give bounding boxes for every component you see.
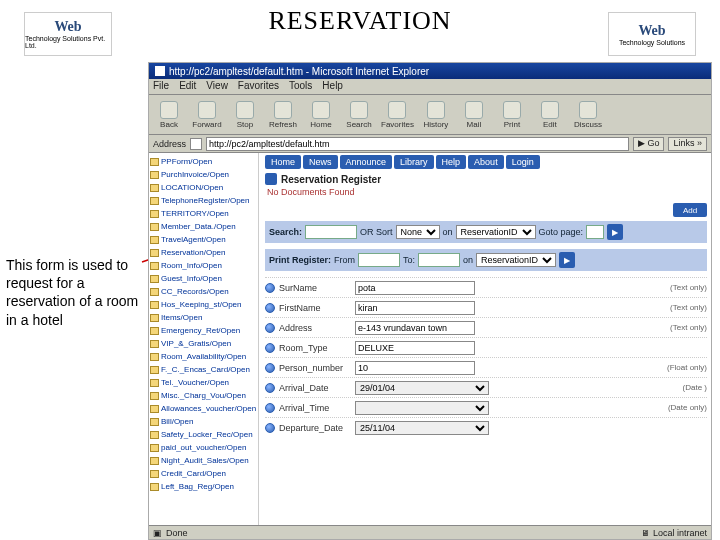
folder-icon: [150, 158, 159, 166]
tab-news[interactable]: News: [303, 155, 338, 169]
sidebar-item[interactable]: Room_Availability/Open: [150, 350, 257, 363]
sidebar-item[interactable]: Member_Data./Open: [150, 220, 257, 233]
sidebar-item[interactable]: paid_out_voucher/Open: [150, 441, 257, 454]
print-to-input[interactable]: [418, 253, 460, 267]
sidebar-item[interactable]: Emergency_Ret/Open: [150, 324, 257, 337]
go-button[interactable]: ▶ Go: [633, 137, 665, 151]
address-input[interactable]: [206, 137, 629, 151]
tool-search[interactable]: Search: [343, 101, 375, 129]
menu-favorites[interactable]: Favorites: [238, 80, 279, 93]
sidebar-item[interactable]: Guest_Info/Open: [150, 272, 257, 285]
add-button[interactable]: Add: [673, 203, 707, 217]
folder-icon: [150, 223, 159, 231]
print-icon: [503, 101, 521, 119]
print-go-button[interactable]: ▶: [559, 252, 575, 268]
tab-announce[interactable]: Announce: [340, 155, 393, 169]
tab-home[interactable]: Home: [265, 155, 301, 169]
field-input[interactable]: [355, 301, 475, 315]
sidebar-item[interactable]: PPForm/Open: [150, 155, 257, 168]
sidebar: PPForm/OpenPurchInvoice/OpenLOCATION/Ope…: [149, 153, 259, 525]
address-label: Address: [153, 139, 186, 149]
sidebar-item[interactable]: F._C._Encas_Card/Open: [150, 363, 257, 376]
folder-icon: [150, 366, 159, 374]
sidebar-item[interactable]: Bill/Open: [150, 415, 257, 428]
main-panel: HomeNewsAnnounceLibraryHelpAboutLogin Re…: [259, 153, 711, 525]
search-bar: Search: OR Sort None on ReservationID Go…: [265, 221, 707, 243]
bullet-icon: [265, 403, 275, 413]
folder-icon: [150, 353, 159, 361]
mail-icon: [465, 101, 483, 119]
folder-icon: [150, 327, 159, 335]
field-label: Room_Type: [279, 343, 351, 353]
sidebar-item[interactable]: Room_Info/Open: [150, 259, 257, 272]
tab-help[interactable]: Help: [436, 155, 467, 169]
folder-icon: [150, 197, 159, 205]
sidebar-item[interactable]: Left_Bag_Reg/Open: [150, 480, 257, 493]
goto-page-input[interactable]: [586, 225, 604, 239]
bullet-icon: [265, 283, 275, 293]
logo-left: WebTechnology Solutions Pvt. Ltd.: [24, 12, 112, 56]
tab-library[interactable]: Library: [394, 155, 434, 169]
sidebar-item[interactable]: PurchInvoice/Open: [150, 168, 257, 181]
sidebar-item[interactable]: Tel._Voucher/Open: [150, 376, 257, 389]
links-button[interactable]: Links »: [668, 137, 707, 151]
field-select[interactable]: [355, 401, 489, 415]
tool-forward[interactable]: Forward: [191, 101, 223, 129]
tool-history[interactable]: History: [420, 101, 452, 129]
sidebar-item[interactable]: VIP_&_Gratis/Open: [150, 337, 257, 350]
sidebar-item[interactable]: Credit_Card/Open: [150, 467, 257, 480]
folder-icon: [150, 249, 159, 257]
field-input[interactable]: [355, 341, 475, 355]
sidebar-item[interactable]: Safety_Locker_Rec/Open: [150, 428, 257, 441]
tab-about[interactable]: About: [468, 155, 504, 169]
tool-back[interactable]: Back: [153, 101, 185, 129]
menu-edit[interactable]: Edit: [179, 80, 196, 93]
sidebar-item[interactable]: TERRITORY/Open: [150, 207, 257, 220]
tool-home[interactable]: Home: [305, 101, 337, 129]
menu-file[interactable]: File: [153, 80, 169, 93]
tool-discuss[interactable]: Discuss: [572, 101, 604, 129]
status-text-icon: ▣: [153, 528, 162, 538]
search-label: Search:: [269, 227, 302, 237]
field-row: FirstName(Text only): [265, 297, 707, 317]
menu-view[interactable]: View: [206, 80, 228, 93]
tool-favorites[interactable]: Favorites: [381, 101, 414, 129]
sort-select[interactable]: None: [396, 225, 440, 239]
folder-icon: [150, 340, 159, 348]
sidebar-item[interactable]: Misc._Charg_Vou/Open: [150, 389, 257, 402]
tool-mail[interactable]: Mail: [458, 101, 490, 129]
tab-login[interactable]: Login: [506, 155, 540, 169]
sidebar-item[interactable]: TravelAgent/Open: [150, 233, 257, 246]
print-from-input[interactable]: [358, 253, 400, 267]
sidebar-item[interactable]: LOCATION/Open: [150, 181, 257, 194]
tool-stop[interactable]: Stop: [229, 101, 261, 129]
search-go-button[interactable]: ▶: [607, 224, 623, 240]
folder-icon: [150, 210, 159, 218]
tool-edit[interactable]: Edit: [534, 101, 566, 129]
menu-tools[interactable]: Tools: [289, 80, 312, 93]
sort-on-select[interactable]: ReservationID: [456, 225, 536, 239]
field-row: Arrival_Time(Date only): [265, 397, 707, 417]
tool-print[interactable]: Print: [496, 101, 528, 129]
print-on-select[interactable]: ReservationID: [476, 253, 556, 267]
sidebar-item[interactable]: Reservation/Open: [150, 246, 257, 259]
field-input[interactable]: [355, 361, 475, 375]
folder-icon: [150, 392, 159, 400]
tool-refresh[interactable]: Refresh: [267, 101, 299, 129]
field-select[interactable]: 29/01/04: [355, 381, 489, 395]
sidebar-item[interactable]: Items/Open: [150, 311, 257, 324]
field-input[interactable]: [355, 321, 475, 335]
sidebar-item[interactable]: Allowances_voucher/Open: [150, 402, 257, 415]
menu-help[interactable]: Help: [322, 80, 343, 93]
field-select[interactable]: 25/11/04: [355, 421, 489, 435]
search-input[interactable]: [305, 225, 357, 239]
field-hint: (Text only): [670, 303, 707, 312]
sidebar-item[interactable]: CC_Records/Open: [150, 285, 257, 298]
sidebar-item[interactable]: Hos_Keeping_st/Open: [150, 298, 257, 311]
history-icon: [427, 101, 445, 119]
sidebar-item[interactable]: TelephoneRegister/Open: [150, 194, 257, 207]
field-input[interactable]: [355, 281, 475, 295]
zone-icon: 🖥: [641, 528, 650, 538]
sidebar-item[interactable]: Night_Audit_Sales/Open: [150, 454, 257, 467]
page-header: Reservation Register: [281, 174, 381, 185]
